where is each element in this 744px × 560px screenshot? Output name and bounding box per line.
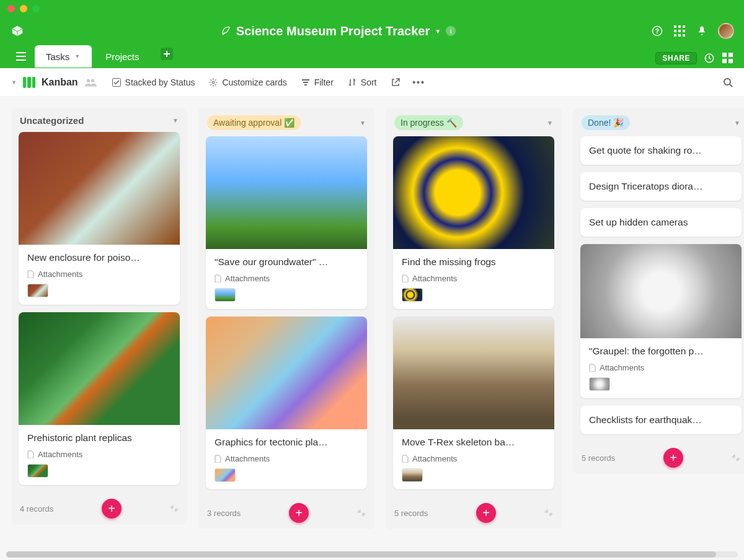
customize-cards-button[interactable]: Customize cards [208, 77, 286, 87]
record-count: 3 records [207, 509, 241, 518]
svg-text:?: ? [655, 27, 659, 35]
card-title: New enclosure for poiso… [27, 252, 171, 263]
svg-rect-9 [678, 34, 681, 37]
history-icon[interactable] [703, 52, 715, 64]
title-dropdown-icon[interactable]: ▼ [435, 28, 441, 35]
column-cards: Get quote for shaking ro…Design Tricerat… [573, 136, 744, 442]
kanban-card[interactable]: Find the missing frogsAttachments [393, 136, 554, 309]
add-card-button[interactable]: + [663, 448, 683, 468]
filter-label: Filter [314, 77, 334, 87]
tab-label: Projects [105, 51, 139, 62]
svg-rect-10 [683, 34, 685, 37]
attachment-icon [589, 364, 596, 372]
card-attachments-row: Attachments [27, 269, 171, 279]
attachment-thumbnail[interactable] [27, 284, 48, 297]
share-button[interactable]: SHARE [655, 52, 697, 64]
kanban-card[interactable]: Checklists for earthquak… [580, 406, 742, 434]
column-cards: "Save our groundwater" …AttachmentsGraph… [198, 136, 374, 497]
add-card-button[interactable]: + [289, 503, 309, 523]
kanban-card[interactable]: Get quote for shaking ro… [580, 136, 742, 165]
card-attachments-row: Attachments [215, 454, 358, 463]
card-attachments-row: Attachments [215, 274, 358, 283]
add-card-button[interactable]: + [102, 499, 122, 518]
column-header: In progress 🔨▼ [386, 108, 562, 136]
attachment-icon [27, 270, 34, 278]
window-maximize-button[interactable] [32, 5, 40, 12]
column-footer: 4 records+ [11, 492, 187, 525]
attachment-thumbnail[interactable] [215, 288, 236, 302]
attachment-thumbnail[interactable] [215, 468, 236, 482]
card-title: Checklists for earthquak… [589, 414, 733, 426]
kanban-card[interactable]: Move T-Rex skeleton ba…Attachments [393, 317, 554, 489]
kanban-card[interactable]: Design Triceratops diora… [580, 172, 742, 201]
info-icon[interactable]: i [446, 26, 456, 36]
tab-tasks[interactable]: Tasks ▼ [35, 45, 92, 68]
filter-icon [301, 77, 311, 87]
attachments-label: Attachments [600, 363, 644, 372]
more-options-button[interactable]: ••• [414, 77, 424, 87]
card-title: Get quote for shaking ro… [589, 145, 733, 156]
search-button[interactable] [723, 77, 733, 87]
kanban-view-icon [23, 77, 35, 88]
sort-label: Sort [361, 77, 377, 87]
share-view-button[interactable] [391, 77, 401, 87]
horizontal-scrollbar-thumb[interactable] [6, 551, 716, 558]
notifications-bell-icon[interactable] [696, 25, 708, 37]
add-tab-button[interactable] [161, 48, 173, 60]
svg-rect-4 [683, 25, 685, 28]
attachment-thumbnail[interactable] [589, 377, 610, 391]
column-menu-button[interactable]: ▼ [547, 120, 553, 126]
kanban-card[interactable]: New enclosure for poiso…Attachments [19, 132, 180, 305]
kanban-card[interactable]: Set up hidden cameras [580, 208, 742, 237]
collapse-column-button[interactable] [170, 504, 179, 513]
tab-projects[interactable]: Projects [94, 45, 150, 68]
collapse-column-button[interactable] [357, 509, 366, 517]
app-logo-icon[interactable] [10, 24, 25, 38]
window-minimize-button[interactable] [20, 5, 27, 12]
column-menu-button[interactable]: ▼ [734, 120, 740, 126]
user-avatar[interactable] [718, 23, 734, 39]
kanban-card[interactable]: Prehistoric plant replicasAttachments [19, 312, 180, 485]
collapse-column-button[interactable] [544, 509, 553, 517]
view-name[interactable]: Kanban [42, 77, 78, 88]
blocks-icon[interactable] [722, 52, 734, 64]
tab-dropdown-icon[interactable]: ▼ [74, 53, 81, 59]
attachment-thumbnail[interactable] [402, 468, 423, 482]
views-dropdown-icon[interactable]: ▼ [11, 79, 17, 85]
hamburger-menu-button[interactable] [10, 45, 32, 68]
card-title: Find the missing frogs [402, 256, 546, 268]
help-icon[interactable]: ? [651, 25, 663, 37]
kanban-card[interactable]: "Save our groundwater" …Attachments [206, 136, 367, 309]
card-cover-image [393, 136, 554, 249]
sort-button[interactable]: Sort [347, 77, 377, 87]
svg-point-18 [213, 81, 215, 84]
column-footer: 3 records+ [198, 497, 374, 529]
card-title: Prehistoric plant replicas [27, 432, 171, 444]
window-close-button[interactable] [7, 5, 15, 12]
card-cover-image [19, 312, 180, 425]
attachments-label: Attachments [412, 274, 457, 283]
kanban-card[interactable]: Graphics for tectonic pla…Attachments [206, 317, 367, 489]
horizontal-scrollbar[interactable] [6, 551, 738, 558]
record-count: 5 records [582, 453, 615, 463]
stacked-by-button[interactable]: Stacked by Status [112, 77, 195, 87]
column-menu-button[interactable]: ▼ [360, 120, 366, 126]
svg-rect-12 [728, 53, 733, 57]
svg-rect-6 [678, 30, 681, 32]
filter-button[interactable]: Filter [301, 77, 334, 87]
ellipsis-icon: ••• [414, 77, 424, 87]
collaborators-icon[interactable] [84, 77, 98, 87]
attachments-label: Attachments [225, 274, 270, 283]
column-menu-button[interactable]: ▼ [172, 117, 179, 124]
attachment-thumbnail[interactable] [27, 464, 48, 478]
add-card-button[interactable]: + [476, 503, 496, 523]
column-title: Uncategorized [20, 115, 84, 126]
kanban-column: In progress 🔨▼Find the missing frogsAtta… [386, 108, 562, 529]
search-icon [723, 77, 733, 87]
collapse-column-button[interactable] [732, 453, 740, 462]
apps-grid-icon[interactable] [673, 25, 686, 37]
kanban-card[interactable]: "Graupel: the forgotten p…Attachments [580, 244, 742, 398]
attachment-thumbnail[interactable] [402, 288, 423, 302]
attachment-icon [402, 455, 409, 463]
tab-label: Tasks [46, 51, 69, 62]
